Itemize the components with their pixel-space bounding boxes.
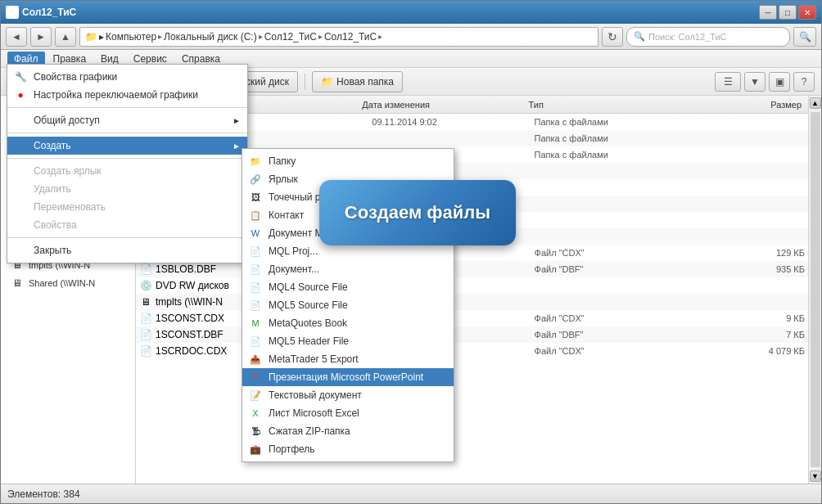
blue-overlay: Создаем файлы	[319, 180, 516, 245]
menu-rename: Переименовать	[7, 198, 247, 216]
file-type: Файл "CDX"	[535, 313, 697, 323]
zip-icon: 🗜	[249, 425, 262, 438]
excel-icon: X	[249, 407, 262, 420]
sidebar-item-label: Shared (\\WIN-N	[29, 278, 95, 288]
file-size: 7 КБ	[697, 330, 805, 340]
create-mt5-export[interactable]: 📤 MetaTrader 5 Export	[242, 350, 454, 368]
create-mql4[interactable]: 📄 MQL4 Source File	[242, 278, 454, 296]
search-button[interactable]: 🔍	[793, 27, 816, 47]
file-size: 129 КБ	[697, 248, 805, 258]
window-icon	[6, 6, 19, 19]
search-icon: 🔍	[634, 31, 645, 42]
up-button[interactable]: ▲	[55, 27, 76, 47]
create-mql5-header[interactable]: 📄 MQL5 Header File	[242, 332, 454, 350]
file-size: 4 079 КБ	[697, 346, 805, 356]
file-type: Файл "DBF"	[535, 330, 697, 340]
blue-overlay-text: Создаем файлы	[345, 202, 490, 223]
table-row[interactable]: 📄 1SCRDOC.CDX Файл "CDX" 4 079 КБ	[136, 343, 808, 359]
close-button[interactable]: ✕	[798, 5, 816, 20]
shortcut-icon: 🔗	[249, 173, 262, 186]
menu-share-access[interactable]: Общий доступ ►	[7, 111, 247, 129]
table-row[interactable]: 📄 1SBLOB.DBF Файл "DBF" 935 КБ	[136, 261, 808, 277]
file-icon: 📄	[139, 344, 152, 358]
window-title: Сол12_ТиС	[22, 7, 756, 18]
file-icon: 📄	[139, 328, 152, 341]
portfolio-icon: 💼	[249, 443, 262, 456]
menu-properties: Свойства	[7, 216, 247, 234]
new-folder-label: Новая папка	[336, 76, 394, 88]
breadcrumb-disk: Локальный диск (C:)	[164, 31, 257, 43]
create-metaquotes[interactable]: M MetaQuotes Book	[242, 314, 454, 332]
file-icon: 🖥	[139, 295, 152, 308]
file-icon: 💿	[139, 279, 152, 292]
file-dropdown-menu: 🔧 Свойства графики ● Настройка переключа…	[7, 64, 248, 263]
separator3	[7, 158, 247, 159]
maximize-button[interactable]: □	[779, 5, 797, 20]
breadcrumb-folder2: Сол12_ТиС	[324, 31, 377, 43]
create-doc-proj[interactable]: 📄 Документ...	[242, 260, 454, 278]
file-type: Файл "DBF"	[535, 264, 697, 274]
mql4-icon: 📄	[249, 281, 262, 294]
mql-proj-icon: 📄	[249, 245, 262, 258]
mql5-icon: 📄	[249, 299, 262, 312]
menu-graphics-properties[interactable]: 🔧 Свойства графики	[7, 68, 247, 86]
create-folder[interactable]: 📁 Папку	[242, 152, 454, 170]
col-date[interactable]: Дата изменения	[359, 100, 525, 110]
view-details-button[interactable]: ▼	[744, 72, 766, 92]
table-row[interactable]: 📄 1SCONST.CDX Файл "CDX" 9 КБ	[136, 310, 808, 326]
create-text[interactable]: 📝 Текстовый документ	[242, 386, 454, 404]
view-toggle-button[interactable]: ☰	[715, 72, 741, 92]
minimize-button[interactable]: ─	[759, 5, 777, 20]
create-portfolio[interactable]: 💼 Портфель	[242, 440, 454, 458]
sidebar-item-shared[interactable]: 🖥 Shared (\\WIN-N	[7, 274, 129, 292]
menu-delete: Удалить	[7, 180, 247, 198]
metaquotes-icon: M	[249, 317, 262, 330]
menu-create[interactable]: Создать ►	[7, 137, 247, 155]
search-text: Поиск: Сол12_ТиС	[648, 32, 727, 42]
breadcrumb[interactable]: 📁 ▸ Компьютер ▸ Локальный диск (C:) ▸ Со…	[79, 27, 598, 47]
file-type: Файл "CDX"	[535, 248, 697, 258]
search-bar[interactable]: 🔍 Поиск: Сол12_ТиС	[626, 27, 790, 47]
file-type: Файл "CDX"	[535, 346, 697, 356]
create-arrow: ►	[233, 142, 241, 151]
switchable-icon: ●	[14, 88, 27, 101]
bitmap-icon: 🖼	[249, 191, 262, 204]
refresh-button[interactable]: ↻	[602, 27, 623, 47]
create-zip[interactable]: 🗜 Сжатая ZIP-папка	[242, 422, 454, 440]
scrollbar[interactable]: ▲ ▼	[808, 96, 821, 484]
nav-bar: ◄ ► ▲ 📁 ▸ Компьютер ▸ Локальный диск (C:…	[1, 24, 821, 50]
create-mql5[interactable]: 📄 MQL5 Source File	[242, 296, 454, 314]
col-size[interactable]: Размер	[692, 100, 805, 110]
graphics-icon: 🔧	[14, 70, 27, 83]
submenu-arrow: ►	[233, 116, 241, 125]
create-icon	[14, 139, 27, 152]
shared-icon: 🖥	[11, 277, 24, 290]
forward-button[interactable]: ►	[30, 27, 52, 47]
share-menu-icon	[14, 114, 27, 127]
create-powerpoint[interactable]: P Презентация Microsoft PowerPoint	[242, 368, 454, 386]
col-type[interactable]: Тип	[526, 100, 692, 110]
breadcrumb-folder1: Сол12_ТиС	[264, 31, 317, 43]
mql5-header-icon: 📄	[249, 335, 262, 348]
new-folder-button[interactable]: 📁 Новая папка	[312, 71, 403, 92]
table-row[interactable]: 💿 DVD RW дисков	[136, 277, 808, 294]
create-excel[interactable]: X Лист Microsoft Excel	[242, 404, 454, 422]
status-text: Элементов: 384	[7, 488, 80, 500]
menu-switchable-graphics[interactable]: ● Настройка переключаемой графики	[7, 86, 247, 104]
file-icon: 📄	[139, 312, 152, 325]
folder-create-icon: 📁	[249, 155, 262, 168]
word-icon: W	[249, 227, 262, 240]
file-size: 9 КБ	[697, 313, 805, 323]
preview-button[interactable]: ▣	[769, 72, 790, 92]
table-row[interactable]: 🖥 tmplts (\\WIN-N	[136, 294, 808, 310]
breadcrumb-icon: 📁	[85, 31, 97, 43]
title-bar: Сол12_ТиС ─ □ ✕	[1, 1, 821, 24]
file-size: 935 КБ	[697, 264, 805, 274]
status-bar: Элементов: 384	[1, 484, 821, 503]
back-button[interactable]: ◄	[6, 27, 27, 47]
menu-close[interactable]: Закрыть	[7, 241, 247, 259]
breadcrumb-computer: Компьютер	[106, 31, 156, 43]
file-type: Папка с файлами	[535, 117, 697, 127]
help-button[interactable]: ?	[793, 72, 815, 92]
table-row[interactable]: 📄 1SCONST.DBF Файл "DBF" 7 КБ	[136, 326, 808, 343]
